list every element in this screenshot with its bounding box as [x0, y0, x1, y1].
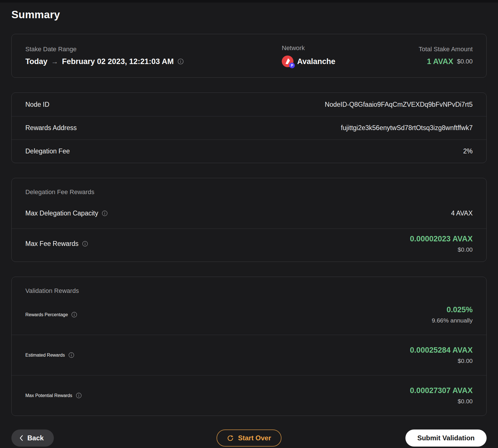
node-details-card: Node ID NodeID-Q8Gfaaio9FAqCmZVEXDq9bFvN…: [11, 93, 487, 163]
node-id-label: Node ID: [25, 101, 49, 108]
back-button-label: Back: [27, 434, 44, 442]
submit-validation-button[interactable]: Submit Validation: [405, 429, 487, 447]
rewards-address-row: Rewards Address fujittgi2e3k56enytwSd78r…: [12, 116, 486, 139]
delegation-fee-value: 2%: [463, 147, 473, 155]
estimated-rewards-row: Estimated Rewards 0.00025284 AVAX $0.00: [12, 335, 486, 375]
stake-date-range: Stake Date Range Today → February 02 202…: [25, 46, 282, 66]
top-edge: [0, 0, 498, 3]
network-section: Network P Avalanche: [282, 44, 419, 67]
estimated-rewards-value: 0.00025284 AVAX: [410, 346, 473, 354]
delegation-fee-row: Delegation Fee 2%: [12, 139, 486, 163]
max-potential-rewards-label: Max Potential Rewards: [25, 393, 72, 398]
back-button[interactable]: Back: [11, 429, 54, 447]
max-delegation-capacity-value: 4 AVAX: [451, 209, 473, 217]
rewards-address-value: fujittgi2e3k56enytwSd78rtOtsq3izg8wnftff…: [341, 124, 473, 132]
submit-validation-label: Submit Validation: [417, 434, 475, 442]
rewards-percentage-annual: 9.66% annually: [432, 317, 473, 323]
max-potential-rewards-value: 0.00027307 AVAX: [410, 387, 473, 394]
summary-page: Summary Stake Date Range Today → Februar…: [0, 9, 498, 447]
max-delegation-capacity-row: Max Delegation Capacity 4 AVAX: [12, 196, 486, 229]
rewards-percentage-row: Rewards Percentage 0.025% 9.66% annually: [12, 295, 486, 335]
start-over-button[interactable]: Start Over: [217, 429, 281, 447]
refresh-icon: [227, 435, 234, 442]
max-fee-rewards-usd: $0.00: [410, 246, 473, 252]
start-over-button-label: Start Over: [238, 434, 271, 442]
stake-overview-card: Stake Date Range Today → February 02 202…: [11, 34, 487, 78]
footer-actions: Back Start Over Submit Validation: [11, 429, 487, 447]
network-label: Network: [282, 44, 419, 52]
total-stake-amount: 1 AVAX: [427, 57, 453, 66]
validation-rewards-title: Validation Rewards: [12, 277, 486, 295]
network-name: Avalanche: [297, 57, 335, 66]
info-icon[interactable]: [177, 58, 184, 65]
p-chain-badge: P: [289, 63, 295, 68]
info-icon[interactable]: [71, 312, 77, 318]
delegation-fee-rewards-title: Delegation Fee Rewards: [12, 178, 486, 196]
max-potential-rewards-row: Max Potential Rewards 0.00027307 AVAX $0…: [12, 375, 486, 416]
delegation-fee-label: Delegation Fee: [25, 147, 70, 155]
stake-date-from: Today: [25, 57, 48, 66]
estimated-rewards-usd: $0.00: [410, 358, 473, 364]
max-fee-rewards-label: Max Fee Rewards: [25, 240, 79, 248]
page-title: Summary: [11, 9, 487, 21]
info-icon[interactable]: [76, 392, 82, 398]
max-potential-rewards-usd: $0.00: [410, 398, 473, 404]
avalanche-logo-icon: P: [282, 56, 293, 67]
delegation-fee-rewards-card: Delegation Fee Rewards Max Delegation Ca…: [11, 178, 487, 262]
rewards-percentage-value: 0.025%: [432, 306, 473, 314]
max-delegation-capacity-label: Max Delegation Capacity: [25, 209, 98, 217]
total-stake-usd: $0.00: [457, 57, 473, 66]
info-icon[interactable]: [82, 241, 88, 247]
rewards-percentage-label: Rewards Percentage: [25, 312, 68, 317]
info-icon[interactable]: [102, 210, 108, 216]
stake-date-to: February 02 2023, 12:21:03 AM: [62, 57, 174, 66]
node-id-value: NodeID-Q8Gfaaio9FAqCmZVEXDq9bFvNPvDi7rt5: [325, 101, 473, 108]
max-fee-rewards-row: Max Fee Rewards 0.00002023 AVAX $0.00: [12, 229, 486, 262]
validation-rewards-card: Validation Rewards Rewards Percentage 0.…: [11, 277, 487, 416]
total-stake-section: Total Stake Amount 1 AVAX $0.00: [419, 46, 473, 66]
chevron-left-icon: [19, 435, 23, 441]
arrow-right-icon: →: [51, 57, 58, 66]
info-icon[interactable]: [68, 352, 74, 358]
rewards-address-label: Rewards Address: [25, 124, 77, 132]
max-fee-rewards-value: 0.00002023 AVAX: [410, 235, 473, 243]
stake-date-range-label: Stake Date Range: [25, 46, 282, 53]
estimated-rewards-label: Estimated Rewards: [25, 353, 65, 358]
node-id-row: Node ID NodeID-Q8Gfaaio9FAqCmZVEXDq9bFvN…: [12, 93, 486, 116]
total-stake-label: Total Stake Amount: [419, 46, 473, 53]
